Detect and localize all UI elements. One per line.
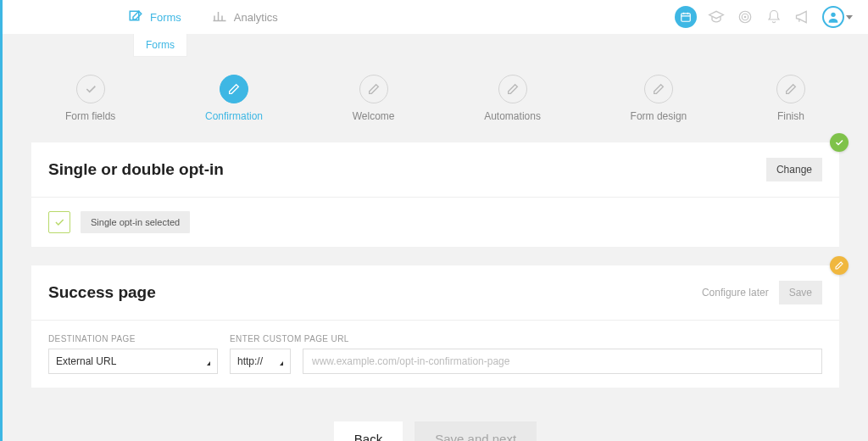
nav-forms-label: Forms [150,11,181,24]
svg-rect-1 [682,14,691,21]
svg-point-5 [831,13,835,17]
panel-complete-badge-icon [830,133,849,152]
megaphone-icon[interactable] [793,8,812,26]
step-label: Confirmation [205,110,263,122]
graduation-icon[interactable] [707,8,726,26]
top-nav: Forms Analytics [113,0,293,34]
bell-icon[interactable] [765,8,783,26]
optin-body: Single opt-in selected [31,198,839,247]
url-col [303,334,822,374]
avatar-menu[interactable] [822,6,853,28]
compose-icon [128,9,143,25]
calendar-icon[interactable] [675,6,697,28]
nav-forms[interactable]: Forms [113,0,197,34]
step-automations[interactable]: Automations [484,75,541,122]
success-panel: Success page Configure later Save DESTIN… [31,265,839,388]
optin-check-icon [48,211,70,233]
content-area: Form fields Confirmation Welcome Automat… [3,34,868,441]
pencil-icon [359,75,388,103]
target-icon[interactable] [736,8,754,26]
success-form-row: DESTINATION PAGE External URL ENTER CUST… [48,334,822,374]
step-welcome[interactable]: Welcome [353,75,395,122]
step-label: Finish [777,110,804,122]
optin-status-row: Single opt-in selected [48,211,822,233]
chevron-down-icon [846,15,853,20]
success-title: Success page [48,283,156,302]
step-label: Form fields [65,110,115,122]
pencil-icon [498,75,527,103]
nav-analytics-label: Analytics [234,11,278,24]
back-button[interactable]: Back [334,421,403,441]
save-and-next-button[interactable]: Save and next [415,421,537,441]
step-label: Welcome [353,110,395,122]
success-save-button[interactable]: Save [779,281,822,304]
form-stepper: Form fields Confirmation Welcome Automat… [31,61,839,142]
subtab-forms[interactable]: Forms [133,34,187,57]
nav-analytics[interactable]: Analytics [197,0,293,34]
top-icons-group [675,0,853,34]
panel-editing-badge-icon [830,256,849,275]
protocol-col: ENTER CUSTOM PAGE URL http:// [230,334,291,374]
analytics-icon [212,9,227,25]
dropdown-arrow-icon [280,358,283,366]
protocol-select[interactable]: http:// [230,349,291,374]
step-label: Automations [484,110,541,122]
step-finish[interactable]: Finish [776,75,805,122]
optin-title: Single or double opt-in [48,160,224,179]
custom-url-input[interactable] [303,349,822,374]
optin-panel-head: Single or double opt-in Change [31,142,839,197]
url-label: ENTER CUSTOM PAGE URL [230,334,291,343]
dropdown-arrow-icon [207,358,210,366]
destination-value: External URL [56,355,116,367]
configure-later-link[interactable]: Configure later [702,287,769,299]
success-panel-head: Success page Configure later Save [31,265,839,320]
step-form-fields[interactable]: Form fields [65,75,115,122]
destination-col: DESTINATION PAGE External URL [48,334,218,374]
optin-change-button[interactable]: Change [766,158,822,181]
step-confirmation[interactable]: Confirmation [205,75,263,122]
optin-status-pill: Single opt-in selected [81,211,190,233]
check-icon [76,75,105,103]
svg-point-4 [744,16,746,18]
step-label: Form design [631,110,687,122]
step-form-design[interactable]: Form design [631,75,687,122]
protocol-value: http:// [237,355,263,367]
destination-label: DESTINATION PAGE [48,334,218,343]
destination-select[interactable]: External URL [48,349,218,374]
success-body: DESTINATION PAGE External URL ENTER CUST… [31,321,839,388]
bottom-button-row: Back Save and next [31,406,839,441]
spacer-label [303,334,822,343]
top-navbar: Forms Analytics [3,0,868,34]
pencil-icon [776,75,805,103]
pencil-icon [220,75,248,103]
optin-panel: Single or double opt-in Change Single op… [31,142,839,247]
avatar-icon [822,6,844,28]
pencil-icon [644,75,673,103]
